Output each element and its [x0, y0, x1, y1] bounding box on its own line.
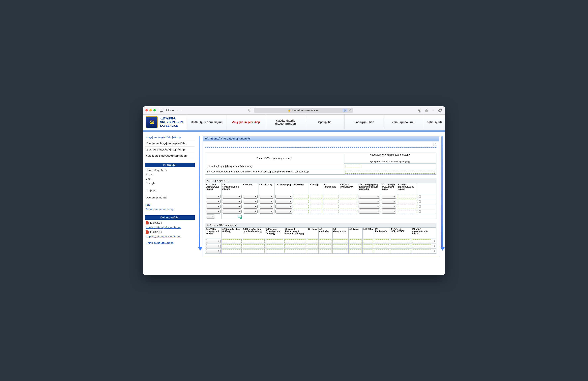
s3-r1-c5-select[interactable]	[275, 195, 293, 199]
sidebar-item-report-forms[interactable]: Հաշվետվությունների ձևեր	[145, 134, 195, 140]
sidebar-toggle-icon[interactable]	[159, 108, 164, 113]
s3-r3-c9-input[interactable]	[340, 205, 357, 208]
s3-r2-c1-select[interactable]	[206, 200, 221, 204]
s3-r2-c2-select[interactable]	[222, 200, 242, 204]
s4-r3-c4-input[interactable]	[266, 249, 283, 253]
row2-input[interactable]	[345, 170, 435, 174]
s3-r3-c7-input[interactable]	[310, 205, 322, 208]
s3-r2-c10-select[interactable]	[358, 200, 380, 204]
s4-r2-c7-input[interactable]	[319, 244, 332, 248]
s3-r1-c9-input[interactable]	[340, 195, 357, 198]
s3-r4-c4-select[interactable]	[259, 210, 274, 213]
s3-r3-c3-select[interactable]	[243, 205, 258, 209]
s3-r1-c11-select[interactable]	[382, 195, 396, 199]
s4-r1-c13-input[interactable]	[412, 239, 431, 243]
nav-calc-documents[interactable]: Հաշվարկային փաստաթղթեր	[266, 115, 305, 130]
s3-r3-c2-select[interactable]	[222, 205, 242, 209]
s4-r2-c5-input[interactable]	[284, 244, 306, 248]
sidebar-item-incomplete-reports[interactable]: Անավարտ հաշվետվություններ	[145, 140, 195, 147]
s3-r4-c10-select[interactable]	[358, 210, 380, 213]
s4-r1-c7-input[interactable]	[319, 239, 332, 243]
s3-r1-c6-input[interactable]	[294, 195, 309, 198]
s4-r3-c5-input[interactable]	[284, 249, 306, 253]
s3-r2-c4-select[interactable]	[259, 200, 274, 204]
s4-r1-c2-input[interactable]	[222, 239, 242, 243]
sound-indicator-icon[interactable]: 🔊	[343, 109, 347, 112]
sidebar-item-submitted-reports[interactable]: Հանձնված հաշվետվություններ	[145, 153, 195, 159]
nav-feedback[interactable]: Հետադարձ կապ	[384, 115, 423, 130]
s3-r2-c12-input[interactable]	[398, 200, 417, 203]
delete-row-icon[interactable]	[432, 240, 435, 242]
s4-r3-c7-input[interactable]	[319, 249, 332, 253]
s3-r2-c5-select[interactable]	[275, 200, 293, 204]
s4-r2-c4-input[interactable]	[266, 244, 283, 248]
s3-r3-c10-select[interactable]	[358, 205, 380, 209]
s3-r3-c11-select[interactable]	[382, 205, 396, 209]
s3-r4-c11-select[interactable]	[382, 210, 396, 213]
s3-r1-c12-input[interactable]	[398, 195, 417, 198]
delete-row-icon[interactable]	[419, 195, 421, 198]
s4-r3-c1-select[interactable]	[206, 249, 221, 253]
s3-r1-c4-select[interactable]	[259, 195, 274, 199]
s4-r2-c8-input[interactable]	[333, 244, 348, 248]
delete-row-icon[interactable]	[419, 200, 421, 203]
nav-news[interactable]: Նորություններ	[344, 115, 384, 130]
s4-r1-c11-input[interactable]	[375, 239, 389, 243]
s3-r3-c4-select[interactable]	[259, 205, 274, 209]
s3-r4-c1-select[interactable]	[206, 210, 221, 213]
s3-r1-c10-select[interactable]	[358, 195, 380, 199]
s4-r3-c12-input[interactable]	[391, 249, 410, 253]
s4-r3-c2-input[interactable]	[222, 249, 242, 253]
s4-r1-c9-input[interactable]	[349, 239, 362, 243]
s4-r1-c4-input[interactable]	[266, 239, 283, 243]
sidebar-all-notices-link[interactable]: Բոլոր ծանուցումները	[146, 242, 174, 244]
s3-r2-c8-input[interactable]	[324, 200, 338, 203]
s3-r4-c6-input[interactable]	[294, 210, 309, 213]
s3-r3-c6-input[interactable]	[294, 205, 309, 208]
s3-r1-c8-input[interactable]	[324, 195, 338, 198]
s3-r1-c3-select[interactable]	[243, 195, 258, 199]
s3-r1-c1-select[interactable]	[206, 195, 221, 199]
new-tab-icon[interactable]: +	[431, 108, 436, 113]
sidebar-exit-link[interactable]: [Ելք]	[146, 203, 151, 206]
sidebar-notice-1-link[interactable]: Նոր հաշվետվաձևատեսակ	[146, 235, 181, 238]
downloads-icon[interactable]	[417, 108, 422, 113]
s4-r2-c9-input[interactable]	[349, 244, 362, 248]
s4-r1-c6-input[interactable]	[308, 239, 318, 243]
shield-icon[interactable]	[247, 108, 252, 113]
s3-r4-c2-select[interactable]	[222, 210, 242, 213]
s3-r2-c6-input[interactable]	[294, 200, 309, 203]
s3-r1-c7-input[interactable]	[310, 195, 322, 198]
share-icon[interactable]	[424, 108, 429, 113]
s4-r1-c8-input[interactable]	[333, 239, 348, 243]
s3-r4-c9-input[interactable]	[340, 210, 357, 213]
forward-button[interactable]: ›	[180, 108, 183, 112]
s4-r2-c2-input[interactable]	[222, 244, 242, 248]
s4-r3-c11-input[interactable]	[375, 249, 389, 253]
sidebar-notice-0-link[interactable]: Նոր հաշվետվաձևատեսակ	[146, 226, 181, 229]
sidebar-change-password-link[interactable]: Փոխել գաղտնաբառը	[146, 208, 174, 211]
s3-r1-c2-select[interactable]	[222, 195, 242, 199]
s4-r1-c1-select[interactable]	[206, 239, 221, 243]
s3-r4-c8-input[interactable]	[324, 210, 338, 213]
sidebar-item-filled-reports[interactable]: Լրացված հաշվետվություններ	[145, 147, 195, 153]
s4-r3-c8-input[interactable]	[333, 249, 348, 253]
s3-r2-c11-select[interactable]	[382, 200, 396, 204]
back-button[interactable]: ‹	[176, 108, 179, 112]
s4-r2-c11-input[interactable]	[375, 244, 389, 248]
close-window-button[interactable]	[146, 109, 148, 111]
s4-r3-c9-input[interactable]	[349, 249, 362, 253]
tabs-overview-icon[interactable]	[438, 108, 442, 113]
help-icon[interactable]: ?	[433, 143, 437, 146]
add-row-icon[interactable]	[238, 215, 242, 218]
s4-r1-c5-input[interactable]	[284, 239, 306, 243]
s4-r2-c6-input[interactable]	[308, 244, 318, 248]
s4-r3-c10-input[interactable]	[363, 249, 373, 253]
s3-r3-c12-input[interactable]	[398, 205, 417, 208]
delete-row-icon[interactable]	[419, 210, 421, 213]
delete-row-icon[interactable]	[419, 205, 421, 208]
nav-help[interactable]: Օգնություն	[423, 115, 445, 130]
s4-r2-c12-input[interactable]	[391, 244, 410, 248]
nav-personal-office[interactable]: Անձնական գրասենյակ	[187, 115, 226, 130]
zoom-window-button[interactable]	[153, 109, 156, 111]
